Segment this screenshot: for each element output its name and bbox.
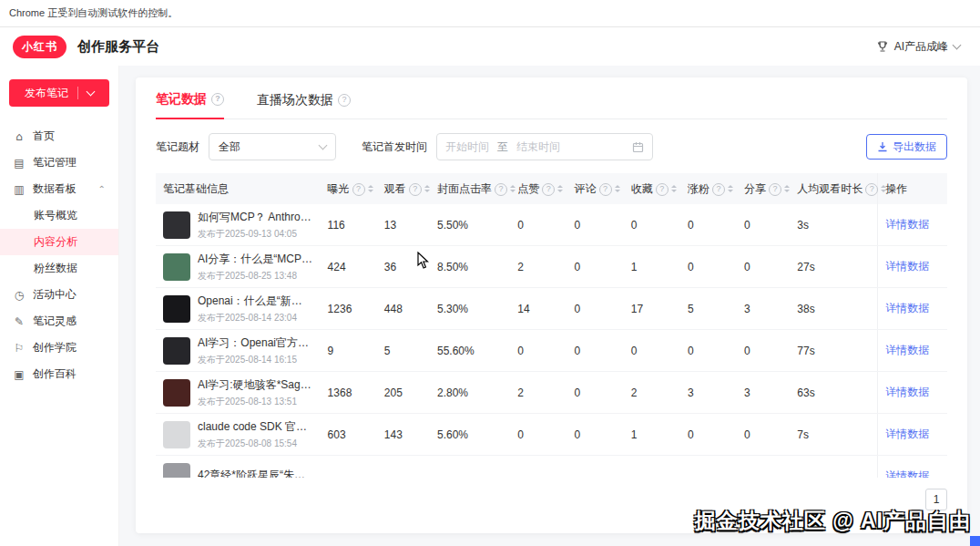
exposure-value: 9 (321, 330, 377, 372)
detail-data-link[interactable]: 详情数据 (885, 302, 929, 314)
cover-ctr-value: 5.30% (430, 288, 510, 330)
sidebar-item-内容分析[interactable]: 内容分析 (0, 229, 118, 255)
note-thumbnail (163, 379, 190, 407)
column-label: 涨粉 (688, 182, 709, 195)
column-header-分享[interactable]: 分享 (737, 173, 790, 204)
detail-data-link[interactable]: 详情数据 (885, 386, 929, 398)
tab-notes-data[interactable]: 笔记数据 (156, 91, 224, 119)
sort-icon[interactable] (728, 185, 733, 192)
note-title: Openai：什么是“新代码”? (198, 294, 313, 309)
collects-value (624, 456, 680, 479)
info-icon[interactable] (495, 183, 507, 196)
mouse-cursor (417, 252, 430, 270)
sort-icon[interactable] (368, 185, 373, 192)
sidebar-item-粉丝数据[interactable]: 粉丝数据 (0, 255, 118, 282)
sort-icon[interactable] (784, 185, 790, 192)
column-header-曝光[interactable]: 曝光 (321, 173, 377, 204)
sidebar-item-label: 账号概览 (34, 208, 77, 223)
sidebar-item-创作学院[interactable]: ⚐创作学院 (0, 335, 118, 361)
info-icon[interactable] (211, 93, 224, 106)
comments-value (567, 456, 624, 479)
tab-live-session-data[interactable]: 直播场次数据 (257, 91, 351, 119)
sort-icon[interactable] (510, 185, 516, 192)
sidebar-item-label: 创作学院 (33, 340, 77, 355)
exposure-value: 1236 (321, 288, 377, 330)
detail-data-link[interactable]: 详情数据 (885, 260, 929, 273)
info-icon[interactable] (769, 183, 781, 196)
new-fans-value: 0 (680, 330, 737, 372)
column-header-人均观看时长[interactable]: 人均观看时长 (790, 173, 877, 204)
comments-value: 0 (567, 288, 624, 330)
table-row[interactable]: 如何写MCP？ Anthropic 官... 发布于2025-09-13 04:… (156, 204, 947, 246)
column-header-涨粉[interactable]: 涨粉 (680, 173, 737, 204)
sidebar-item-笔记管理[interactable]: ▤笔记管理 (0, 149, 118, 176)
new-fans-value: 0 (680, 204, 737, 246)
comments-value: 0 (567, 204, 624, 246)
detail-data-link[interactable]: 详情数据 (885, 344, 929, 356)
table-row[interactable]: claude code SDK 官方实践 发布于2025-08-08 15:54… (156, 414, 947, 456)
table-row[interactable]: Openai：什么是“新代码”? 发布于2025-08-14 23:04 123… (156, 288, 947, 330)
export-data-button[interactable]: 导出数据 (866, 134, 947, 160)
info-icon[interactable] (656, 183, 669, 196)
exposure-value: 1368 (321, 372, 377, 414)
column-header-点赞[interactable]: 点赞 (510, 173, 567, 204)
column-label: 收藏 (631, 182, 653, 195)
column-label: 人均观看时长 (797, 182, 863, 195)
info-icon[interactable] (338, 94, 351, 107)
user-name: AI产品成峰 (894, 39, 948, 55)
column-header-封面点击率[interactable]: 封面点击率 (430, 173, 510, 204)
note-publish-date: 发布于2025-08-14 23:04 (198, 312, 313, 325)
table-row[interactable]: AI学习：Openai官方说明，什... 发布于2025-08-14 16:15… (156, 330, 947, 372)
sidebar-item-账号概览[interactable]: 账号概览 (0, 202, 118, 229)
end-time-input[interactable]: 结束时间 (516, 139, 560, 155)
detail-data-link[interactable]: 详情数据 (885, 469, 929, 478)
views-value: 448 (377, 288, 430, 330)
inspiration-icon: ✎ (13, 315, 26, 328)
sort-icon[interactable] (671, 185, 677, 192)
sort-icon[interactable] (424, 185, 430, 192)
user-menu[interactable]: AI产品成峰 (876, 39, 960, 55)
topic-select[interactable]: 全部 (209, 133, 336, 160)
data-card: 笔记数据 直播场次数据 笔记题材 全部 笔记首发时间 开始时间 至 (136, 77, 967, 533)
collects-value: 1 (624, 246, 680, 288)
sidebar-item-笔记灵感[interactable]: ✎笔记灵感 (0, 308, 118, 335)
column-header-笔记基础信息: 笔记基础信息 (156, 173, 321, 204)
column-header-收藏[interactable]: 收藏 (624, 173, 680, 204)
sidebar-item-数据看板[interactable]: ▥数据看板⌃ (0, 176, 118, 202)
column-header-观看[interactable]: 观看 (377, 173, 430, 204)
table-row[interactable]: AI分享：什么是“MCP”，way... 发布于2025-08-25 13:48… (156, 246, 947, 288)
start-time-input[interactable]: 开始时间 (445, 139, 489, 155)
table-row[interactable]: AI学习:硬地骇客*Saga,红海市... 发布于2025-08-13 13:5… (156, 372, 947, 414)
info-icon[interactable] (542, 183, 555, 196)
info-icon[interactable] (352, 183, 365, 196)
download-icon (877, 141, 888, 152)
activity-center-icon: ◷ (13, 289, 26, 302)
sort-icon[interactable] (615, 185, 620, 192)
detail-data-link[interactable]: 详情数据 (885, 428, 929, 440)
sort-icon[interactable] (557, 185, 563, 192)
avg-watch-time-value: 77s (790, 330, 877, 372)
column-label: 观看 (384, 182, 406, 195)
info-icon[interactable] (409, 183, 422, 196)
detail-data-link[interactable]: 详情数据 (885, 218, 929, 231)
date-range-picker[interactable]: 开始时间 至 结束时间 (436, 133, 653, 160)
note-title: 如何写MCP？ Anthropic 官... (198, 210, 313, 225)
sidebar-item-活动中心[interactable]: ◷活动中心 (0, 282, 118, 308)
xiaohongshu-logo[interactable]: 小红书 (13, 36, 66, 58)
likes-value: 2 (510, 372, 567, 414)
main-layout: 发布笔记 ⌂首页▤笔记管理▥数据看板⌃账号概览内容分析粉丝数据◷活动中心✎笔记灵… (0, 66, 980, 546)
publish-note-button[interactable]: 发布笔记 (9, 79, 109, 107)
sidebar-item-首页[interactable]: ⌂首页 (0, 123, 118, 149)
collects-value: 17 (624, 288, 680, 330)
info-icon[interactable] (865, 183, 878, 196)
info-icon[interactable] (712, 183, 725, 196)
shares-value: 0 (737, 330, 790, 372)
info-icon[interactable] (599, 183, 612, 196)
sidebar-item-创作百科[interactable]: ▣创作百科 (0, 361, 118, 387)
new-fans-value: 0 (680, 246, 737, 288)
table-row[interactable]: 42章经*阶跃星辰“朱亦博”分... 详情数据 (156, 456, 947, 479)
column-header-评论[interactable]: 评论 (567, 173, 624, 204)
data-board-icon: ▥ (13, 183, 26, 196)
views-value: 143 (377, 414, 430, 456)
sidebar-item-label: 粉丝数据 (34, 261, 77, 276)
